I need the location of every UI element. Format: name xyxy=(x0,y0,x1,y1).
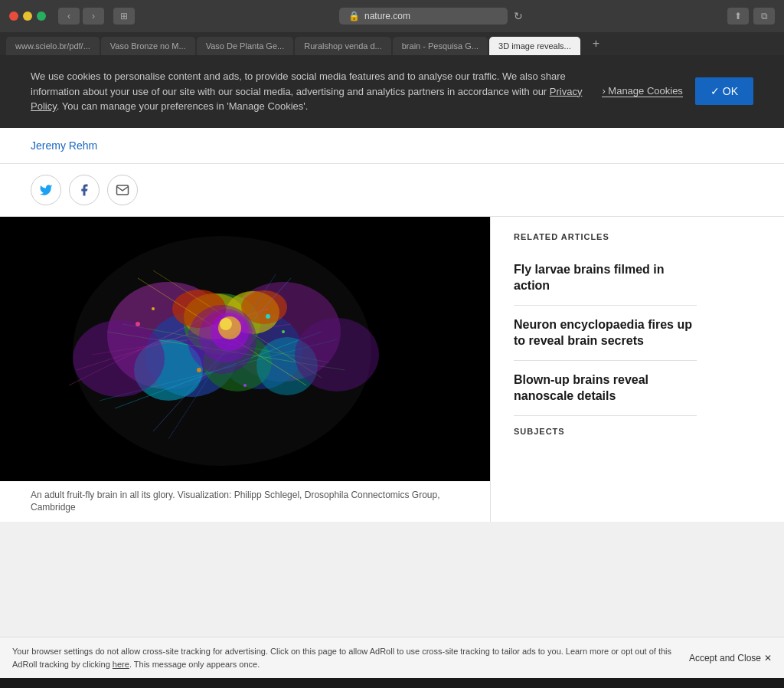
svg-point-33 xyxy=(136,322,140,326)
email-share-button[interactable] xyxy=(107,175,138,205)
main-content: Jeremy Rehm xyxy=(0,128,784,523)
tracking-message: Your browser settings do not allow cross… xyxy=(12,647,671,669)
facebook-share-button[interactable] xyxy=(69,175,100,205)
brain-image xyxy=(0,217,475,481)
cookie-banner: We use cookies to personalise content an… xyxy=(0,55,784,128)
article-body: An adult fruit-fly brain in all its glor… xyxy=(0,217,784,523)
accept-close-label: Accept and Close xyxy=(689,651,761,665)
new-tab-button[interactable]: + xyxy=(585,32,607,55)
accept-close-button[interactable]: Accept and Close ✕ xyxy=(689,651,772,665)
ok-button[interactable]: ✓ OK xyxy=(695,77,753,105)
reader-view-button[interactable]: ⊞ xyxy=(113,8,135,25)
cookie-actions: › Manage Cookies ✓ OK xyxy=(602,77,753,105)
share-buttons xyxy=(0,164,784,217)
related-article-3: Blown-up brains reveal nanoscale details xyxy=(514,361,697,416)
svg-point-35 xyxy=(266,314,270,319)
tab-2[interactable]: Vaso De Planta Ge... xyxy=(197,37,294,55)
manage-cookies-link[interactable]: › Manage Cookies xyxy=(602,85,683,97)
maximize-traffic-light[interactable] xyxy=(37,11,46,21)
tracking-here-link[interactable]: here xyxy=(113,660,129,669)
lock-icon: 🔒 xyxy=(348,11,360,21)
cookie-message: We use cookies to personalise content an… xyxy=(31,70,566,97)
tracking-message-2: . This message only appears once. xyxy=(129,660,260,669)
related-article-2: Neuron encyclopaedia fires up to reveal … xyxy=(514,306,697,361)
svg-point-32 xyxy=(295,318,379,392)
tracking-bar: Your browser settings do not allow cross… xyxy=(0,637,784,678)
author-name[interactable]: Jeremy Rehm xyxy=(31,139,97,152)
address-bar[interactable]: 🔒 nature.com xyxy=(339,8,508,25)
svg-point-38 xyxy=(243,384,247,387)
traffic-lights xyxy=(9,11,46,21)
svg-point-36 xyxy=(282,330,285,333)
back-button[interactable]: ‹ xyxy=(58,8,80,25)
tab-3[interactable]: Ruralshop venda d... xyxy=(295,37,391,55)
new-tab-window-button[interactable]: ⧉ xyxy=(753,8,775,25)
author-section: Jeremy Rehm xyxy=(0,128,784,164)
tab-5[interactable]: 3D image reveals... xyxy=(489,37,580,55)
svg-point-31 xyxy=(73,320,165,397)
related-article-1: Fly larvae brains filmed in action xyxy=(514,251,697,306)
article-main: An adult fruit-fly brain in all its glor… xyxy=(0,217,490,523)
related-article-title-1[interactable]: Fly larvae brains filmed in action xyxy=(514,261,697,294)
article-sidebar: RELATED ARTICLES Fly larvae brains filme… xyxy=(490,217,720,523)
subjects-label: SUBJECTS xyxy=(514,416,697,442)
image-caption: An adult fruit-fly brain in all its glor… xyxy=(0,481,490,523)
tracking-close-x[interactable]: ✕ xyxy=(764,651,772,665)
related-articles-label: RELATED ARTICLES xyxy=(514,217,697,251)
close-traffic-light[interactable] xyxy=(9,11,18,21)
related-article-title-3[interactable]: Blown-up brains reveal nanoscale details xyxy=(514,372,697,405)
tab-0[interactable]: www.scielo.br/pdf/... xyxy=(6,37,100,55)
cookie-text: We use cookies to personalise content an… xyxy=(31,69,586,114)
cookie-message-2: . You can manage your preferences in 'Ma… xyxy=(57,100,309,112)
tab-1[interactable]: Vaso Bronze no M... xyxy=(101,37,195,55)
tab-bar: www.scielo.br/pdf/... Vaso Bronze no M..… xyxy=(0,32,784,55)
related-article-title-2[interactable]: Neuron encyclopaedia fires up to reveal … xyxy=(514,316,697,349)
article-image-container xyxy=(0,217,490,481)
forward-button[interactable]: › xyxy=(83,8,104,25)
url-text: nature.com xyxy=(364,11,410,21)
svg-point-37 xyxy=(197,368,201,372)
minimize-traffic-light[interactable] xyxy=(23,11,32,21)
tab-4[interactable]: brain - Pesquisa G... xyxy=(393,37,488,55)
share-window-button[interactable]: ⬆ xyxy=(727,8,749,25)
twitter-share-button[interactable] xyxy=(31,175,61,205)
tracking-bar-text: Your browser settings do not allow cross… xyxy=(12,645,689,670)
svg-point-34 xyxy=(152,307,155,310)
svg-point-30 xyxy=(220,318,232,330)
reload-button[interactable]: ↻ xyxy=(514,10,523,22)
